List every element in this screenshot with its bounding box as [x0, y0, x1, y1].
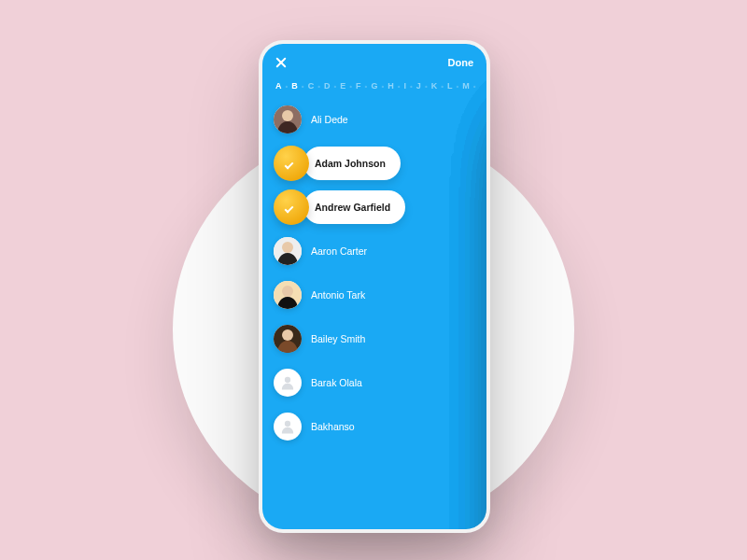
alpha-letter[interactable]: K — [431, 81, 438, 91]
contact-name: Barak Olala — [311, 377, 362, 389]
phone-frame: Done A•B•C•D•E•F•G•H•I•J•K•L•M• Ali Dede… — [259, 40, 490, 533]
alpha-separator-dot: • — [365, 82, 368, 91]
contact-name: Bakhanso — [311, 421, 355, 433]
avatar — [274, 105, 302, 133]
alpha-separator-dot: • — [441, 82, 444, 91]
contact-name: Andrew Garfield — [315, 202, 390, 214]
contact-name: Adam Johnson — [315, 158, 386, 170]
contact-row[interactable]: Antonio Tark202-555-0192 — [274, 277, 475, 313]
contact-row[interactable]: Bailey Smith202-555-0107 — [274, 321, 475, 357]
contact-row[interactable]: Adam Johnson202-555-0136 — [274, 146, 475, 181]
contact-text: Barak Olala202-555-0107 — [311, 377, 362, 389]
avatar — [274, 237, 302, 265]
alpha-separator-dot: • — [398, 82, 401, 91]
avatar-placeholder-icon — [274, 413, 302, 441]
close-icon[interactable] — [275, 57, 287, 68]
contact-row[interactable]: Barak Olala202-555-0107 — [274, 365, 475, 400]
alpha-separator-dot: • — [425, 82, 428, 91]
alpha-separator-dot: • — [473, 82, 476, 91]
top-bar: Done — [262, 44, 486, 76]
avatar — [274, 281, 302, 309]
alpha-separator-dot: • — [457, 82, 459, 91]
svg-point-9 — [285, 421, 290, 427]
contact-row[interactable]: Bakhanso202-555-0107 — [274, 409, 475, 444]
alpha-letter[interactable]: H — [388, 81, 394, 91]
done-button[interactable]: Done — [448, 57, 474, 68]
contacts-list: Ali Dede202-555-0143Adam Johnson202-555-… — [262, 102, 486, 444]
alpha-letter[interactable]: J — [416, 81, 421, 91]
alpha-separator-dot: • — [410, 82, 413, 91]
alpha-letter[interactable]: B — [291, 81, 298, 91]
contact-text: Aaron Carter202-555-0153 — [311, 245, 367, 258]
contact-name: Bailey Smith — [311, 333, 365, 345]
svg-point-3 — [282, 242, 293, 253]
alpha-separator-dot: • — [381, 82, 384, 91]
svg-point-7 — [282, 329, 293, 341]
alpha-letter[interactable]: F — [356, 81, 361, 91]
alpha-letter[interactable]: L — [447, 81, 453, 91]
alpha-separator-dot: • — [333, 82, 336, 91]
contact-pill: Adam Johnson202-555-0136 — [303, 147, 401, 180]
contact-text: Bakhanso202-555-0107 — [311, 421, 355, 433]
screen: Done A•B•C•D•E•F•G•H•I•J•K•L•M• Ali Dede… — [262, 44, 486, 529]
contact-name: Aaron Carter — [311, 245, 367, 258]
alpha-separator-dot: • — [302, 82, 304, 91]
alpha-letter[interactable]: D — [324, 81, 331, 91]
contact-row[interactable]: Ali Dede202-555-0143 — [274, 102, 475, 137]
contact-name: Antonio Tark — [311, 289, 365, 301]
avatar — [274, 325, 302, 353]
contact-text: Antonio Tark202-555-0192 — [311, 289, 365, 301]
alpha-separator-dot: • — [286, 82, 289, 91]
alpha-separator-dot: • — [349, 82, 352, 91]
alphabet-index: A•B•C•D•E•F•G•H•I•J•K•L•M• — [262, 76, 486, 102]
svg-point-5 — [282, 286, 293, 297]
alpha-letter[interactable]: C — [308, 81, 315, 91]
alpha-separator-dot: • — [317, 82, 320, 91]
contact-row[interactable]: Aaron Carter202-555-0153 — [274, 233, 475, 269]
contact-name: Ali Dede — [311, 114, 348, 126]
avatar-placeholder-icon — [274, 369, 302, 397]
alpha-letter[interactable]: G — [371, 81, 377, 91]
alpha-letter[interactable]: M — [462, 81, 470, 91]
selected-check-icon — [274, 189, 309, 225]
svg-point-1 — [282, 110, 293, 121]
contact-row[interactable]: Andrew Garfield202-555-0198 — [274, 189, 475, 225]
alpha-letter[interactable]: A — [275, 81, 282, 91]
alpha-letter[interactable]: I — [404, 81, 407, 91]
contact-text: Ali Dede202-555-0143 — [311, 114, 348, 126]
contact-text: Bailey Smith202-555-0107 — [311, 333, 365, 345]
selected-check-icon — [274, 146, 309, 181]
svg-point-8 — [285, 377, 290, 383]
contact-pill: Andrew Garfield202-555-0198 — [303, 190, 405, 224]
alpha-letter[interactable]: E — [340, 81, 345, 91]
